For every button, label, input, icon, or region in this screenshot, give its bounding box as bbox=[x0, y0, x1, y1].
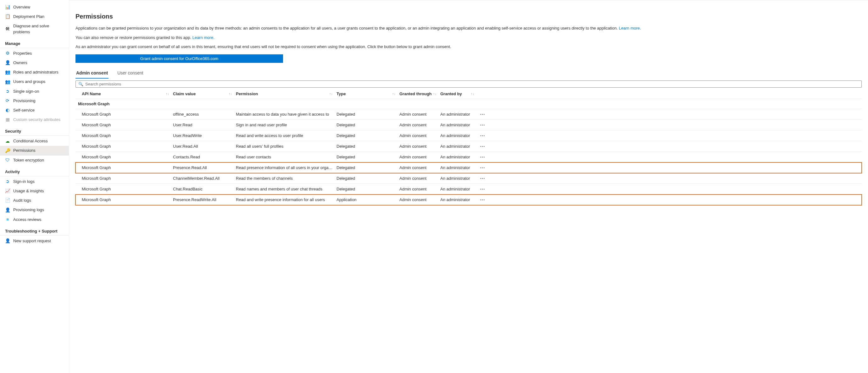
sidebar-item-owners[interactable]: 👤Owners bbox=[0, 58, 69, 68]
sidebar-item-usage-insights[interactable]: 📈Usage & insights bbox=[0, 186, 69, 196]
cell-perm: Read user contacts bbox=[236, 155, 337, 159]
cell-type: Application bbox=[337, 197, 399, 202]
cell-claim: User.Read.All bbox=[173, 144, 236, 149]
cell-granted_by: An administrator bbox=[440, 133, 478, 138]
sidebar-item-label: Roles and administrators bbox=[13, 69, 59, 75]
learn-more-link-2[interactable]: Learn more. bbox=[192, 35, 215, 40]
col-api-name[interactable]: API Name↑↓ bbox=[75, 92, 173, 96]
cell-api: Microsoft Graph bbox=[75, 133, 173, 138]
cell-granted_through: Admin consent bbox=[399, 155, 440, 159]
cell-type: Delegated bbox=[337, 123, 399, 127]
sidebar-item-audit-logs[interactable]: 📄Audit logs bbox=[0, 196, 69, 205]
table-row[interactable]: Microsoft GraphUser.Read.AllRead all use… bbox=[75, 141, 862, 152]
sidebar-item-label: Audit logs bbox=[13, 198, 31, 203]
grant-admin-consent-button[interactable]: Grant admin consent for OurOffice365.com bbox=[75, 54, 283, 63]
sidebar-item-properties[interactable]: ⚙Properties bbox=[0, 49, 69, 58]
col-granted-through[interactable]: Granted through↑↓ bbox=[399, 92, 440, 96]
new-support-icon: 👤 bbox=[5, 238, 10, 243]
row-actions-button[interactable]: ⋯ bbox=[478, 143, 491, 149]
sidebar-item-permissions[interactable]: 🔑Permissions bbox=[0, 146, 69, 155]
row-actions-button[interactable]: ⋯ bbox=[478, 175, 491, 181]
cell-api: Microsoft Graph bbox=[75, 165, 173, 170]
cell-granted_by: An administrator bbox=[440, 123, 478, 127]
tab-user-consent[interactable]: User consent bbox=[117, 68, 144, 78]
usage-insights-icon: 📈 bbox=[5, 189, 10, 194]
cell-claim: Chat.ReadBasic bbox=[173, 186, 236, 191]
cell-api: Microsoft Graph bbox=[75, 197, 173, 202]
cell-granted_by: An administrator bbox=[440, 165, 478, 170]
description-1: Applications can be granted permissions … bbox=[75, 25, 862, 31]
table-row[interactable]: Microsoft GraphUser.ReadSign in and read… bbox=[75, 120, 862, 130]
cell-granted_through: Admin consent bbox=[399, 112, 440, 116]
sso-icon: ➲ bbox=[5, 89, 10, 94]
table-row[interactable]: Microsoft GraphPresence.ReadWrite.AllRea… bbox=[75, 195, 862, 205]
row-actions-button[interactable]: ⋯ bbox=[478, 154, 491, 160]
sidebar-item-label: Self-service bbox=[13, 107, 35, 113]
cell-claim: Presence.Read.All bbox=[173, 165, 236, 170]
sidebar-section-security: Security bbox=[0, 125, 69, 136]
cell-granted_by: An administrator bbox=[440, 155, 478, 159]
row-actions-button[interactable]: ⋯ bbox=[478, 111, 491, 117]
sidebar-item-signin-logs[interactable]: ➲Sign-in logs bbox=[0, 177, 69, 186]
cell-perm: Read the members of channels bbox=[236, 176, 337, 181]
table-row[interactable]: Microsoft GraphUser.ReadWriteRead and wr… bbox=[75, 130, 862, 141]
sidebar-item-provisioning[interactable]: ⟳Provisioning bbox=[0, 96, 69, 106]
sidebar-item-label: Provisioning logs bbox=[13, 207, 44, 213]
sort-icon: ↑↓ bbox=[392, 92, 396, 96]
col-permission[interactable]: Permission↑↓ bbox=[236, 92, 337, 96]
sidebar-item-access-reviews[interactable]: ≡Access reviews bbox=[0, 215, 69, 224]
cell-granted_through: Admin consent bbox=[399, 123, 440, 127]
cell-type: Delegated bbox=[337, 144, 399, 149]
row-actions-button[interactable]: ⋯ bbox=[478, 186, 491, 192]
table-row[interactable]: Microsoft GraphChat.ReadBasicRead names … bbox=[75, 184, 862, 195]
users-groups-icon: 👥 bbox=[5, 79, 10, 84]
cell-type: Delegated bbox=[337, 165, 399, 170]
tab-admin-consent[interactable]: Admin consent bbox=[75, 68, 108, 78]
sidebar-item-token-encryption[interactable]: 🛡Token encryption bbox=[0, 156, 69, 165]
cell-api: Microsoft Graph bbox=[75, 155, 173, 159]
col-claim-value[interactable]: Claim value↑↓ bbox=[173, 92, 236, 96]
sidebar-section-manage: Manage bbox=[0, 37, 69, 48]
cell-granted_by: An administrator bbox=[440, 112, 478, 116]
provisioning-icon: ⟳ bbox=[5, 98, 10, 103]
sidebar-item-sso[interactable]: ➲Single sign-on bbox=[0, 87, 69, 96]
cell-type: Delegated bbox=[337, 155, 399, 159]
cell-perm: Sign in and read user profile bbox=[236, 123, 337, 127]
search-permissions-box[interactable]: 🔍 bbox=[75, 80, 862, 88]
learn-more-link-1[interactable]: Learn more. bbox=[619, 26, 641, 31]
sidebar-item-label: Sign-in logs bbox=[13, 179, 35, 184]
sidebar-item-label: Properties bbox=[13, 50, 32, 56]
self-service-icon: ◐ bbox=[5, 108, 10, 113]
sidebar-item-overview[interactable]: 📊Overview bbox=[0, 2, 69, 12]
sidebar-item-roles[interactable]: 👥Roles and administrators bbox=[0, 68, 69, 77]
sidebar-item-users-groups[interactable]: 👥Users and groups bbox=[0, 77, 69, 87]
cell-type: Delegated bbox=[337, 176, 399, 181]
sidebar-item-conditional-access[interactable]: ☁Conditional Access bbox=[0, 136, 69, 146]
table-row[interactable]: Microsoft Graphoffline_accessMaintain ac… bbox=[75, 109, 862, 120]
row-actions-button[interactable]: ⋯ bbox=[478, 165, 491, 171]
cell-granted_through: Admin consent bbox=[399, 197, 440, 202]
search-permissions-input[interactable] bbox=[85, 82, 859, 87]
sidebar-item-provisioning-logs[interactable]: 👤Provisioning logs bbox=[0, 205, 69, 215]
table-row[interactable]: Microsoft GraphPresence.Read.AllRead pre… bbox=[75, 163, 862, 173]
provisioning-logs-icon: 👤 bbox=[5, 207, 10, 212]
cell-claim: Presence.ReadWrite.All bbox=[173, 197, 236, 202]
cell-claim: offline_access bbox=[173, 112, 236, 116]
sidebar-item-new-support[interactable]: 👤New support request bbox=[0, 236, 69, 246]
sidebar-item-label: Owners bbox=[13, 60, 27, 66]
permissions-icon: 🔑 bbox=[5, 148, 10, 154]
table-row[interactable]: Microsoft GraphChannelMember.Read.AllRea… bbox=[75, 173, 862, 184]
properties-icon: ⚙ bbox=[5, 51, 10, 56]
col-granted-by[interactable]: Granted by↑↓ bbox=[440, 92, 478, 96]
col-type[interactable]: Type↑↓ bbox=[337, 92, 399, 96]
row-actions-button[interactable]: ⋯ bbox=[478, 122, 491, 128]
sidebar-item-label: Diagnose and solve problems bbox=[13, 23, 66, 35]
row-actions-button[interactable]: ⋯ bbox=[478, 197, 491, 203]
roles-icon: 👥 bbox=[5, 70, 10, 75]
token-encryption-icon: 🛡 bbox=[5, 158, 10, 163]
sidebar-item-self-service[interactable]: ◐Self-service bbox=[0, 106, 69, 115]
sidebar-item-deployment-plan[interactable]: 📋Deployment Plan bbox=[0, 12, 69, 21]
sidebar-item-diagnose[interactable]: 🛠Diagnose and solve problems bbox=[0, 21, 69, 36]
table-row[interactable]: Microsoft GraphContacts.ReadRead user co… bbox=[75, 152, 862, 163]
row-actions-button[interactable]: ⋯ bbox=[478, 133, 491, 139]
